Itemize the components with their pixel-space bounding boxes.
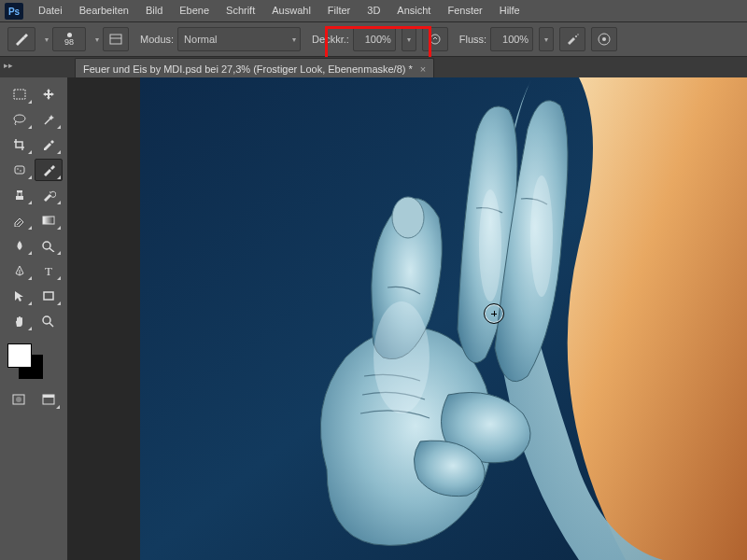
opacity-dropdown[interactable]: ▾ [402,27,416,51]
brush-panel-toggle[interactable] [103,27,129,51]
svg-rect-2 [110,35,121,44]
toolbox: T [0,77,68,560]
menu-bild[interactable]: Bild [137,0,171,21]
opacity-value: 100% [365,34,391,45]
tool-preset-dropdown[interactable]: ▾ [41,28,52,50]
app-logo: Ps [4,3,24,20]
menu-hilfe[interactable]: Hilfe [491,0,529,21]
clone-stamp-tool[interactable] [6,184,34,206]
dodge-tool[interactable] [35,234,63,257]
quick-mask-toggle[interactable] [6,388,32,411]
pen-tool[interactable] [6,259,34,282]
path-select-tool[interactable] [6,285,34,307]
document-tab[interactable]: Feuer und Eis by MDI.psd bei 27,3% (Fros… [75,58,434,79]
svg-point-32 [374,301,430,413]
history-brush-tool[interactable] [35,184,63,206]
opacity-input[interactable]: 100% [353,27,396,51]
svg-rect-23 [44,292,53,300]
menu-auswahl[interactable]: Auswahl [263,0,319,21]
document-image [140,77,747,560]
mode-label: Modus: [140,34,174,45]
blend-mode-select[interactable]: Normal ▾ [177,27,301,51]
type-tool[interactable]: T [35,259,63,282]
zoom-tool[interactable] [35,310,63,332]
chevron-down-icon: ▾ [292,35,296,44]
canvas-area[interactable] [140,77,747,560]
work-area: T [0,77,747,560]
svg-rect-15 [16,196,23,200]
menu-schrift[interactable]: Schrift [218,0,263,21]
expand-panels-icon[interactable]: ▸▸ [2,59,15,72]
rect-marquee-tool[interactable] [6,83,34,105]
svg-point-33 [479,189,501,301]
menu-bar: Ps Datei Bearbeiten Bild Ebene Schrift A… [0,0,747,22]
healing-brush-tool[interactable] [6,159,34,181]
foreground-color[interactable] [7,343,32,368]
brush-cursor [484,303,504,324]
menu-fenster[interactable]: Fenster [439,0,490,21]
svg-point-27 [16,397,21,402]
menu-ebene[interactable]: Ebene [171,0,218,21]
brush-tool[interactable] [35,159,63,181]
svg-point-5 [575,35,577,37]
eraser-tool[interactable] [6,209,34,231]
svg-point-13 [17,168,19,170]
menu-ansicht[interactable]: Ansicht [388,0,439,21]
svg-line-17 [17,221,21,225]
flow-dropdown[interactable]: ▾ [539,27,554,51]
svg-line-20 [49,248,54,252]
gradient-tool[interactable] [35,209,63,231]
eyedropper-tool[interactable] [35,133,63,156]
move-tool[interactable] [35,83,63,105]
svg-point-8 [602,37,606,41]
brush-dot-icon [67,33,72,37]
svg-point-34 [530,175,553,297]
brush-size-value: 98 [64,38,74,47]
svg-line-11 [45,118,51,124]
brush-preset-picker[interactable]: 98 [52,27,86,51]
svg-rect-18 [43,217,54,224]
menu-3d[interactable]: 3D [359,0,388,21]
airbrush-toggle[interactable] [559,27,585,51]
hand-tool[interactable] [6,310,34,332]
svg-point-14 [20,170,21,172]
screen-mode-toggle[interactable] [35,388,62,411]
tablet-pressure-size-toggle[interactable] [591,27,617,51]
close-tab-icon[interactable]: × [420,63,426,75]
blur-tool[interactable] [6,234,34,257]
flow-input[interactable]: 100% [490,27,533,51]
svg-text:T: T [45,264,52,277]
svg-text:Ps: Ps [8,7,21,17]
svg-point-6 [577,34,578,35]
svg-point-24 [43,316,50,324]
svg-point-4 [430,35,440,44]
options-bar: ▾ 98 ▾ Modus: Normal ▾ Deckkr.: 100% ▾ F… [0,22,747,57]
svg-rect-9 [14,90,25,99]
color-swatches[interactable] [7,343,67,383]
magic-wand-tool[interactable] [35,108,63,131]
svg-point-19 [43,242,50,249]
opacity-label: Deckkr.: [312,34,349,45]
rectangle-shape-tool[interactable] [35,285,63,307]
svg-line-25 [49,323,53,327]
svg-rect-12 [15,166,24,174]
menu-datei[interactable]: Datei [30,0,71,21]
menu-bearbeiten[interactable]: Bearbeiten [71,0,137,21]
svg-rect-29 [43,395,54,398]
opacity-pressure-toggle[interactable] [422,27,448,51]
brush-preset-dropdown[interactable]: ▾ [92,28,103,50]
menu-filter[interactable]: Filter [319,0,359,21]
document-tab-title: Feuer und Eis by MDI.psd bei 27,3% (Fros… [83,63,413,75]
flow-label: Fluss: [459,34,486,45]
svg-rect-16 [17,190,22,192]
tool-preset-picker[interactable] [7,27,35,51]
flow-value: 100% [502,34,529,45]
svg-point-31 [392,197,424,238]
svg-point-10 [14,115,25,122]
blend-mode-value: Normal [184,34,292,45]
crop-tool[interactable] [6,133,34,156]
lasso-tool[interactable] [6,108,34,131]
